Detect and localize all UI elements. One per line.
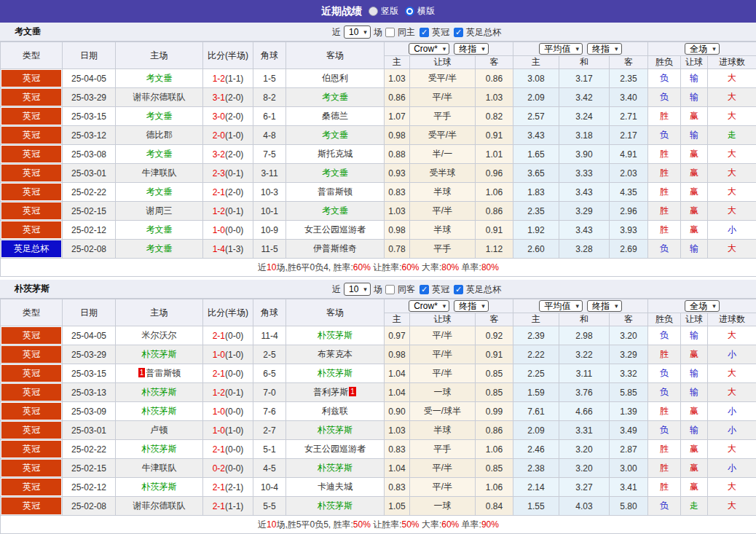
corner-cell: 10-3 bbox=[253, 183, 286, 202]
result-goals: 大 bbox=[708, 478, 756, 497]
home-team-cell[interactable]: 谢周三 bbox=[116, 202, 203, 221]
away-team-cell[interactable]: 朴茨茅斯 bbox=[286, 421, 385, 440]
league-type-badge: 英冠 bbox=[1, 165, 61, 181]
europe-away-odds: 3.93 bbox=[610, 221, 648, 240]
result-winlose: 胜 bbox=[648, 164, 681, 183]
away-team-cell[interactable]: 朴茨茅斯 bbox=[286, 364, 385, 383]
home-team-cell[interactable]: 朴茨茅斯 bbox=[116, 402, 203, 421]
same-away-checkbox[interactable] bbox=[385, 285, 395, 294]
home-team-cell[interactable]: 谢菲尔德联队 bbox=[116, 497, 203, 516]
home-team-cell[interactable]: 考文垂 bbox=[116, 183, 203, 202]
away-team-cell[interactable]: 普利茅斯1 bbox=[286, 383, 385, 402]
result-winlose: 胜 bbox=[648, 459, 681, 478]
result-handicap: 赢 bbox=[681, 145, 708, 164]
horizontal-layout-radio[interactable] bbox=[405, 7, 414, 16]
home-team-cell[interactable]: 考文垂 bbox=[116, 69, 203, 88]
home-team-cell[interactable]: 1普雷斯顿 bbox=[116, 364, 203, 383]
away-team-cell[interactable]: 斯托克城 bbox=[286, 145, 385, 164]
europe-home-odds: 2.39 bbox=[513, 326, 559, 345]
away-team-cell[interactable]: 利兹联 bbox=[286, 402, 385, 421]
home-team-cell[interactable]: 考文垂 bbox=[116, 107, 203, 126]
home-team-cell[interactable]: 朴茨茅斯 bbox=[116, 440, 203, 459]
league-filter-label: 英冠 bbox=[432, 26, 449, 39]
league-type-badge: 英冠 bbox=[1, 127, 61, 144]
vertical-layout-radio[interactable] bbox=[369, 7, 378, 16]
halftime-score: (1-1) bbox=[225, 501, 243, 511]
final-odds-select-2[interactable]: 终指 bbox=[587, 43, 622, 55]
home-team-cell[interactable]: 考文垂 bbox=[116, 145, 203, 164]
away-team-cell[interactable]: 布莱克本 bbox=[286, 345, 385, 364]
cup-filter-checkbox[interactable] bbox=[454, 28, 463, 37]
handicap-line: 平/半 bbox=[410, 364, 476, 383]
away-team-cell[interactable]: 朴茨茅斯 bbox=[286, 497, 385, 516]
europe-draw-odds: 3.20 bbox=[559, 459, 610, 478]
league-type-badge: 英冠 bbox=[1, 460, 61, 476]
match-row: 英冠 25-03-13 朴茨茅斯 1-2(0-1) 7-0 普利茅斯1 1.04… bbox=[1, 383, 756, 402]
fulltime-score: 3-1 bbox=[213, 93, 225, 103]
home-team-name: 牛津联队 bbox=[142, 168, 177, 178]
handicap-line: 一球 bbox=[410, 497, 476, 516]
away-team-cell[interactable]: 桑德兰 bbox=[286, 107, 385, 126]
scope-select[interactable]: 全场 bbox=[685, 300, 720, 312]
home-team-cell[interactable]: 考文垂 bbox=[116, 221, 203, 240]
handicap-away-odds: 1.06 bbox=[476, 183, 513, 202]
fulltime-score: 1-2 bbox=[213, 74, 225, 84]
home-team-cell[interactable]: 卢顿 bbox=[116, 421, 203, 440]
home-team-cell[interactable]: 朴茨茅斯 bbox=[116, 478, 203, 497]
cup-filter-checkbox[interactable] bbox=[454, 285, 463, 294]
league-filter-checkbox[interactable] bbox=[420, 285, 429, 294]
home-team-cell[interactable]: 牛津联队 bbox=[116, 164, 203, 183]
match-count-select[interactable]: 10 bbox=[344, 283, 371, 296]
home-team-cell[interactable]: 谢菲尔德联队 bbox=[116, 88, 203, 107]
away-team-cell[interactable]: 考文垂 bbox=[286, 88, 385, 107]
final-odds-select-2[interactable]: 终指 bbox=[587, 300, 622, 312]
europe-away-odds: 5.80 bbox=[610, 497, 648, 516]
result-winlose: 负 bbox=[648, 383, 681, 402]
fulltime-score: 1-2 bbox=[213, 388, 225, 398]
odds-source-select[interactable]: Crow* bbox=[409, 43, 449, 55]
away-team-cell[interactable]: 朴茨茅斯 bbox=[286, 459, 385, 478]
away-team-cell[interactable]: 普雷斯顿 bbox=[286, 183, 385, 202]
result-handicap: 输 bbox=[681, 326, 708, 345]
away-team-name: 考文垂 bbox=[322, 92, 348, 102]
home-team-name: 考文垂 bbox=[146, 149, 173, 159]
away-team-cell[interactable]: 伊普斯维奇 bbox=[286, 240, 385, 259]
away-team-cell[interactable]: 考文垂 bbox=[286, 164, 385, 183]
europe-draw-odds: 3.29 bbox=[559, 202, 610, 221]
league-type-badge: 英冠 bbox=[1, 498, 61, 514]
home-team-cell[interactable]: 朴茨茅斯 bbox=[116, 383, 203, 402]
match-row: 英冠 25-03-15 考文垂 3-0(2-0) 6-1 桑德兰 1.07 平手… bbox=[1, 107, 756, 126]
away-team-cell[interactable]: 考文垂 bbox=[286, 202, 385, 221]
odds-source-select[interactable]: Crow* bbox=[409, 300, 449, 312]
final-odds-select[interactable]: 终指 bbox=[454, 43, 489, 55]
home-team-cell[interactable]: 米尔沃尔 bbox=[116, 326, 203, 345]
average-odds-select[interactable]: 平均值 bbox=[539, 300, 583, 312]
home-team-cell[interactable]: 考文垂 bbox=[116, 240, 203, 259]
handicap-home-odds: 0.83 bbox=[385, 183, 410, 202]
home-team-name: 谢菲尔德联队 bbox=[133, 92, 186, 102]
scope-select[interactable]: 全场 bbox=[685, 43, 720, 55]
col-header-home: 主场 bbox=[116, 42, 203, 69]
away-team-cell[interactable]: 伯恩利 bbox=[286, 69, 385, 88]
average-odds-select[interactable]: 平均值 bbox=[539, 43, 583, 55]
result-goals: 小 bbox=[708, 345, 756, 364]
home-team-cell[interactable]: 德比郡 bbox=[116, 126, 203, 145]
final-odds-select[interactable]: 终指 bbox=[454, 300, 489, 312]
away-team-cell[interactable]: 朴茨茅斯 bbox=[286, 326, 385, 345]
fulltime-score: 2-1 bbox=[213, 482, 225, 492]
match-count-select[interactable]: 10 bbox=[344, 25, 371, 39]
europe-draw-odds: 3.43 bbox=[559, 183, 610, 202]
handicap-line: 受半球 bbox=[410, 164, 476, 183]
handicap-line: 平/半 bbox=[410, 326, 476, 345]
home-team-cell[interactable]: 朴茨茅斯 bbox=[116, 345, 203, 364]
league-filter-checkbox[interactable] bbox=[420, 28, 429, 37]
away-team-cell[interactable]: 卡迪夫城 bbox=[286, 478, 385, 497]
away-team-cell[interactable]: 女王公园巡游者 bbox=[286, 221, 385, 240]
away-team-cell[interactable]: 考文垂 bbox=[286, 126, 385, 145]
away-team-cell[interactable]: 女王公园巡游者 bbox=[286, 440, 385, 459]
match-row: 英冠 25-02-15 牛津联队 0-2(0-0) 4-5 朴茨茅斯 1.04 … bbox=[1, 459, 756, 478]
home-team-cell[interactable]: 牛津联队 bbox=[116, 459, 203, 478]
europe-away-odds: 4.91 bbox=[610, 145, 648, 164]
score-cell: 2-0(1-0) bbox=[203, 126, 253, 145]
same-home-checkbox[interactable] bbox=[385, 28, 395, 37]
